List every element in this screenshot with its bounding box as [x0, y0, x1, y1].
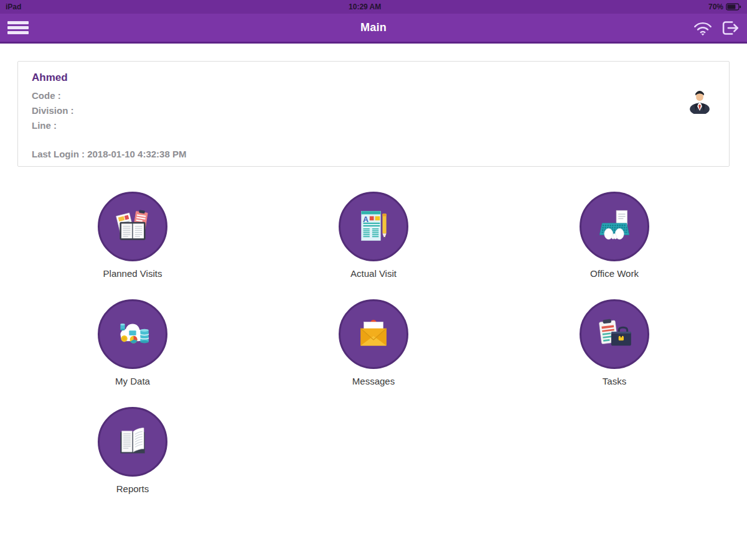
user-info-card: Ahmed Code : Division : Line : Last Logi…	[17, 61, 730, 167]
battery-icon	[726, 3, 741, 11]
menu-item-label: Actual Visit	[350, 268, 397, 279]
last-login-text: Last Login : 2018-01-10 4:32:38 PM	[32, 149, 715, 159]
user-code-label: Code :	[32, 88, 715, 103]
wifi-icon[interactable]	[692, 19, 713, 37]
businessman-avatar	[685, 84, 714, 114]
menu-item-messages[interactable]: Messages	[253, 299, 494, 386]
reports-icon	[98, 407, 167, 477]
user-division-label: Division :	[32, 103, 715, 118]
actual-visit-icon: A	[339, 192, 408, 261]
menu-item-tasks[interactable]: Tasks	[494, 299, 735, 386]
menu-item-actual-visit[interactable]: A Actual Visit	[253, 192, 494, 279]
menu-item-reports[interactable]: Reports	[12, 407, 253, 494]
my-data-icon	[98, 299, 167, 369]
menu-item-label: Tasks	[603, 376, 626, 386]
messages-icon	[339, 299, 408, 369]
menu-item-office-work[interactable]: Office Work	[494, 192, 735, 279]
menu-item-label: Planned Visits	[103, 268, 162, 279]
menu-item-label: Reports	[116, 483, 149, 494]
tasks-icon	[580, 299, 649, 369]
office-work-icon	[580, 192, 649, 261]
main-menu: Planned Visits A	[12, 192, 735, 494]
menu-item-planned-visits[interactable]: Planned Visits	[12, 192, 253, 279]
user-line-label: Line :	[32, 118, 715, 133]
menu-item-label: Messages	[352, 376, 395, 386]
menu-item-label: My Data	[115, 376, 150, 386]
logout-icon[interactable]	[720, 19, 741, 37]
battery-percent: 70%	[708, 2, 723, 11]
status-time: 10:29 AM	[349, 2, 381, 11]
menu-item-label: Office Work	[590, 268, 639, 279]
svg-text:A: A	[363, 215, 369, 224]
status-bar: iPad 10:29 AM 70%	[0, 0, 747, 14]
user-name: Ahmed	[32, 72, 715, 84]
nav-bar: Main	[0, 14, 747, 44]
menu-icon[interactable]	[7, 19, 31, 37]
page-title: Main	[0, 21, 747, 34]
device-name: iPad	[6, 2, 21, 11]
menu-item-my-data[interactable]: My Data	[12, 299, 253, 386]
planned-visits-icon	[98, 192, 167, 261]
